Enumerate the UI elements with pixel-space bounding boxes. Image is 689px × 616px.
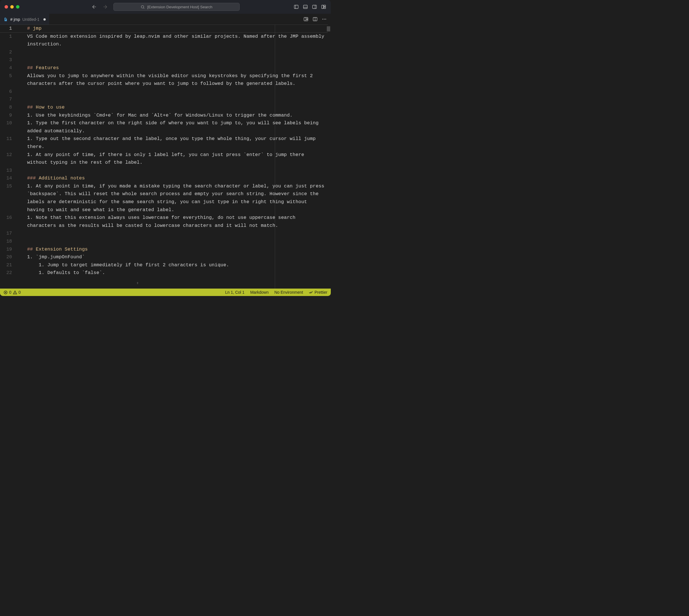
line-number: 6 (0, 88, 12, 96)
unsaved-indicator-icon (43, 18, 46, 21)
line-number: 8 (0, 104, 12, 111)
layout-controls (294, 4, 326, 9)
forward-icon[interactable] (102, 4, 108, 10)
line-number-gutter: 11 2345 678910 11 12 131415 16 171819202… (0, 25, 20, 277)
code-line[interactable] (27, 88, 325, 96)
line-number: 17 (0, 229, 12, 237)
svg-point-0 (141, 5, 144, 8)
minimize-window-button[interactable] (10, 5, 14, 8)
customize-layout-icon[interactable] (321, 4, 326, 9)
code-line[interactable]: 1. At any point in time, if you made a m… (27, 182, 325, 214)
line-number: 1 (0, 25, 12, 32)
code-line[interactable] (27, 167, 325, 175)
nav-arrows (91, 4, 108, 10)
code-line[interactable]: 1. Defaults to `false`. (27, 269, 325, 277)
toggle-panel-icon[interactable] (303, 4, 308, 9)
code-line[interactable]: Allows you to jump to anywhere within th… (27, 72, 325, 88)
code-line[interactable]: 1. At any point of time, if there is onl… (27, 151, 325, 167)
check-double-icon (309, 290, 313, 294)
line-number: 4 (0, 64, 12, 72)
markdown-file-icon (3, 17, 8, 22)
svg-point-12 (307, 19, 307, 20)
line-number: 2 (0, 48, 12, 56)
tab-untitled-1[interactable]: # jmp Untitled-1 (0, 14, 49, 25)
line-number: 12 (0, 151, 12, 159)
line-number: 11 (0, 135, 12, 143)
line-number: 16 (0, 214, 12, 222)
line-number: 14 (0, 174, 12, 182)
line-number: 18 (0, 237, 12, 245)
cursor-position-status[interactable]: Ln 1, Col 1 (225, 290, 245, 294)
line-number: 22 (0, 269, 12, 277)
code-line[interactable]: 1. `jmp.jumpOnFound` (27, 253, 325, 261)
code-line[interactable]: 1. Note that this extension always uses … (27, 214, 325, 229)
svg-point-16 (324, 19, 325, 20)
svg-point-15 (322, 19, 323, 20)
line-number: 20 (0, 253, 12, 261)
code-line[interactable]: 1. Type out the second character and the… (27, 135, 325, 151)
open-preview-icon[interactable] (303, 17, 309, 22)
svg-rect-8 (324, 5, 326, 6)
maximize-window-button[interactable] (16, 5, 19, 8)
text-cursor-icon: ⇧ (136, 280, 138, 287)
line-number: 5 (0, 72, 12, 80)
split-editor-icon[interactable] (312, 17, 318, 22)
code-line[interactable]: 1. Use the keybindings `Cmd+e` for Mac a… (27, 111, 325, 119)
warning-icon (13, 290, 17, 294)
line-number: 15 (0, 182, 12, 190)
search-placeholder: [Extension Development Host] Search (147, 5, 212, 9)
code-line[interactable]: ## Features (27, 64, 325, 72)
editor-area[interactable]: 11 2345 678910 11 12 131415 16 171819202… (0, 25, 331, 289)
code-line[interactable]: 1. Type the first character on the right… (27, 119, 325, 135)
prettier-status[interactable]: Prettier (309, 290, 327, 294)
warning-count: 0 (19, 290, 21, 294)
svg-rect-1 (294, 5, 298, 8)
toggle-secondary-sidebar-icon[interactable] (312, 4, 317, 9)
svg-rect-3 (303, 5, 307, 8)
back-icon[interactable] (91, 4, 97, 10)
tab-bar: # jmp Untitled-1 (0, 14, 331, 25)
code-line[interactable]: ## How to use (27, 104, 325, 111)
line-number: 7 (0, 95, 12, 104)
line-number: 21 (0, 261, 12, 269)
line-number: 19 (0, 245, 12, 254)
error-count: 0 (9, 290, 12, 294)
status-bar: 0 0 Ln 1, Col 1 Markdown No Environment … (0, 289, 331, 296)
code-line[interactable] (27, 95, 325, 104)
code-content[interactable]: # jmpVS Code motion extension inspired b… (27, 25, 325, 277)
tab-sublabel: Untitled-1 (22, 17, 39, 22)
language-mode-status[interactable]: Markdown (250, 290, 269, 294)
scrollbar-thumb[interactable] (327, 26, 330, 31)
code-line[interactable]: VS Code motion extension inspired by lea… (27, 32, 325, 48)
code-line[interactable] (27, 48, 325, 56)
environment-status[interactable]: No Environment (274, 290, 303, 294)
code-line[interactable] (27, 229, 325, 237)
command-center-search[interactable]: [Extension Development Host] Search (113, 3, 240, 11)
line-number: 13 (0, 167, 12, 175)
line-number: 1 (0, 32, 12, 41)
svg-rect-5 (312, 5, 316, 8)
search-icon (140, 5, 145, 9)
code-line[interactable]: # jmp (27, 25, 325, 32)
more-actions-icon[interactable] (321, 17, 327, 22)
problems-status[interactable]: 0 0 (3, 290, 21, 294)
svg-rect-7 (321, 5, 324, 8)
line-number: 9 (0, 111, 12, 119)
close-window-button[interactable] (5, 5, 8, 8)
code-line[interactable]: ### Additional notes (27, 174, 325, 182)
code-line[interactable] (27, 56, 325, 64)
window-controls (5, 5, 19, 8)
code-line[interactable]: 1. Jump to target immediately if the fir… (27, 261, 325, 269)
code-line[interactable]: ## Extension Settings (27, 245, 325, 254)
line-number: 10 (0, 119, 12, 127)
line-number: 3 (0, 56, 12, 64)
svg-rect-9 (324, 7, 326, 8)
titlebar: [Extension Development Host] Search (0, 0, 331, 14)
svg-point-22 (15, 293, 15, 293)
code-line[interactable] (27, 237, 325, 245)
error-icon (3, 290, 8, 294)
toggle-primary-sidebar-icon[interactable] (294, 4, 299, 9)
tab-label: # jmp (10, 17, 20, 22)
svg-point-17 (325, 19, 326, 20)
